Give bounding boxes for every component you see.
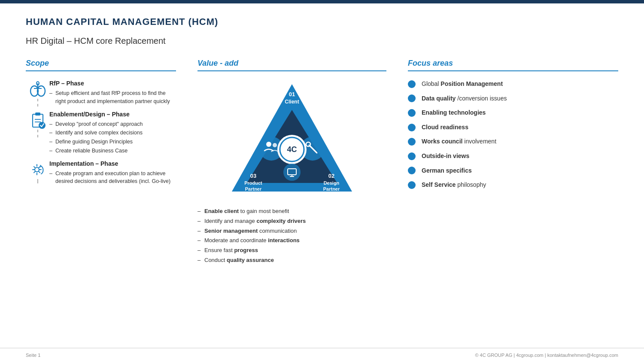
focus-column: Focus areas Global Position Management D… [395, 59, 618, 266]
focus-text-8: Self Service philosophy [422, 181, 486, 189]
header-bar [0, 0, 644, 3]
scope-header: Scope [26, 59, 176, 71]
focus-item-2: Data quality /conversion issues [408, 94, 618, 103]
content-area: HUMAN CAPITAL MANAGEMENT (HCM) HR Digita… [0, 3, 644, 348]
focus-text-1: Global Position Management [422, 80, 503, 88]
svg-point-33 [283, 164, 301, 181]
scope-left-enablement [26, 111, 49, 137]
value-item-5: Ensure fast progress [197, 246, 386, 255]
lungs-icon [28, 80, 47, 99]
value-item-3: Senior management communication [197, 227, 386, 236]
focus-item-3: Enabling technologies [408, 109, 618, 117]
focus-dot-8 [408, 181, 416, 189]
focus-item-6: Outside-in views [408, 152, 618, 161]
scope-content-rfp: RfP – Phase Setup efficient and fast RfP… [49, 80, 176, 111]
svg-point-23 [266, 142, 271, 147]
focus-dot-5 [408, 138, 416, 146]
scope-row-enablement: Enablement/Design – Phase Develop "proof… [26, 111, 176, 160]
triangle-diagram: 01 Client 03 Product Partner 02 Design P… [223, 80, 361, 200]
dashes-implementation [37, 179, 38, 183]
svg-rect-7 [35, 113, 40, 116]
footer-copyright: © 4C GROUP AG | 4cgroup.com | kontaktauf… [475, 353, 618, 358]
svg-text:Partner: Partner [245, 186, 262, 192]
implementation-item-1: Create program and execution plan to ach… [49, 170, 176, 186]
svg-text:Design: Design [324, 180, 340, 186]
scope-row-implementation: Implementation – Phase Create program an… [26, 160, 176, 191]
triangle-container: 01 Client 03 Product Partner 02 Design P… [197, 80, 386, 200]
focus-dot-1 [408, 80, 416, 88]
focus-dot-7 [408, 167, 416, 174]
phase-items-rfp: Setup efficient and fast RfP process to … [49, 89, 176, 106]
focus-text-5: Works council involvement [422, 137, 496, 146]
footer-page: Seite 1 [26, 353, 40, 358]
focus-dot-6 [408, 152, 416, 160]
columns-container: Scope [26, 59, 618, 266]
value-list: Enable client to gain most benefit Ident… [197, 207, 386, 265]
focus-text-2: Data quality /conversion issues [422, 94, 507, 103]
phase-title-rfp: RfP – Phase [49, 80, 176, 87]
focus-item-4: Cloud readiness [408, 123, 618, 132]
svg-point-24 [273, 143, 277, 147]
scope-content-implementation: Implementation – Phase Create program an… [49, 160, 176, 191]
svg-text:01: 01 [289, 91, 295, 97]
value-item-2: Identify and manage complexity drivers [197, 217, 386, 226]
enablement-item-2: Identify and solve complex decisions [49, 129, 176, 137]
value-item-6: Conduct quality assurance [197, 256, 386, 265]
focus-header: Focus areas [408, 59, 618, 71]
svg-text:03: 03 [250, 173, 256, 179]
focus-text-6: Outside-in views [422, 152, 469, 161]
gear-icon [28, 160, 47, 179]
value-column: Value - add 01 Client 03 Product Partne [189, 59, 395, 266]
focus-text-7: German specifics [422, 167, 472, 175]
focus-text-4: Cloud readiness [422, 123, 468, 132]
scope-block: RfP – Phase Setup efficient and fast RfP… [26, 80, 176, 191]
page-title: HUMAN CAPITAL MANAGEMENT (HCM) [26, 16, 618, 27]
focus-item-7: German specifics [408, 167, 618, 175]
focus-item-5: Works council involvement [408, 137, 618, 146]
svg-text:02: 02 [328, 173, 334, 179]
enablement-item-1: Develop "proof of concept" approach [49, 120, 176, 128]
focus-list: Global Position Management Data quality … [408, 80, 618, 189]
focus-text-3: Enabling technologies [422, 109, 486, 117]
footer: Seite 1 © 4C GROUP AG | 4cgroup.com | ko… [0, 348, 644, 362]
scope-left-implementation [26, 160, 49, 183]
enablement-item-4: Create reliable Business Case [49, 147, 176, 155]
value-header: Value - add [197, 59, 386, 71]
phase-title-implementation: Implementation – Phase [49, 160, 176, 167]
rfp-item-1: Setup efficient and fast RfP process to … [49, 89, 176, 106]
focus-item-1: Global Position Management [408, 80, 618, 88]
value-item-1: Enable client to gain most benefit [197, 207, 386, 216]
focus-item-8: Self Service philosophy [408, 181, 618, 189]
svg-text:Partner: Partner [323, 186, 340, 192]
clipboard-check-icon [28, 111, 47, 130]
enablement-item-3: Define guiding Design Principles [49, 138, 176, 146]
phase-items-enablement: Develop "proof of concept" approach Iden… [49, 120, 176, 155]
value-item-4: Moderate and coordinate interactions [197, 236, 386, 245]
scope-left-rfp [26, 80, 49, 106]
focus-dot-3 [408, 109, 416, 117]
dashes-rfp [37, 99, 38, 106]
svg-text:Product: Product [244, 180, 262, 186]
svg-text:Client: Client [285, 99, 299, 105]
phase-items-implementation: Create program and execution plan to ach… [49, 170, 176, 186]
page-wrapper: HUMAN CAPITAL MANAGEMENT (HCM) HR Digita… [0, 0, 644, 362]
svg-text:4C: 4C [287, 145, 297, 154]
dashes-enablement [37, 130, 38, 137]
scope-column: Scope [26, 59, 189, 266]
scope-row-rfp: RfP – Phase Setup efficient and fast RfP… [26, 80, 176, 111]
page-subtitle: HR Digital – HCM core Replacement [26, 36, 618, 46]
scope-content-enablement: Enablement/Design – Phase Develop "proof… [49, 111, 176, 160]
phase-title-enablement: Enablement/Design – Phase [49, 111, 176, 118]
focus-dot-4 [408, 124, 416, 131]
focus-dot-2 [408, 94, 416, 102]
